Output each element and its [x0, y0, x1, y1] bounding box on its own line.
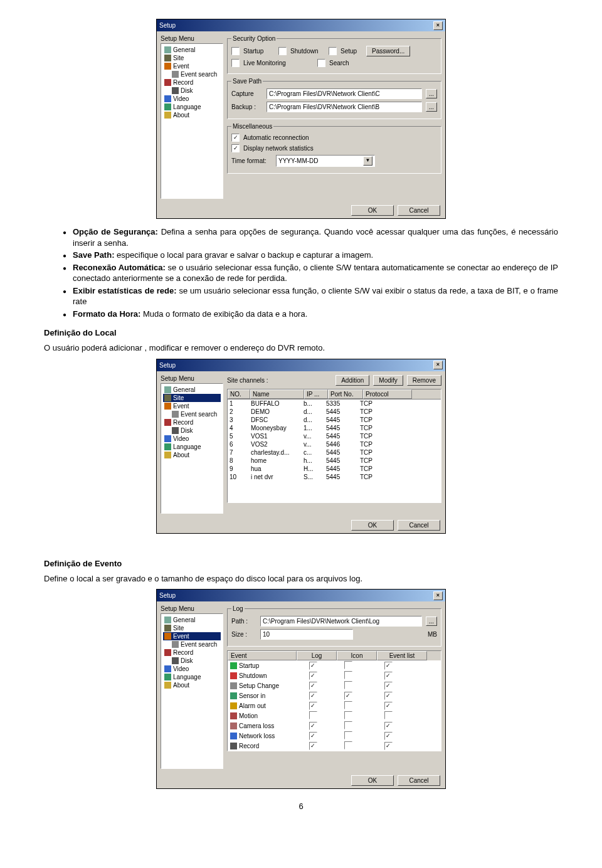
log-path-input[interactable]: C:\Program Files\DVR\Network Client\Log [260, 616, 422, 627]
checkbox[interactable]: ✓ [309, 742, 317, 750]
checkbox[interactable] [344, 721, 352, 729]
table-row[interactable]: 6VOS2v...5446TCP [228, 440, 441, 448]
table-row[interactable]: Network loss✓✓ [228, 731, 441, 741]
menu-record[interactable]: Record [163, 418, 221, 426]
menu-event[interactable]: Event [163, 62, 221, 70]
setup-checkbox[interactable] [329, 47, 337, 55]
dispnet-checkbox[interactable]: ✓ [231, 144, 240, 152]
checkbox[interactable]: ✓ [384, 682, 393, 690]
menu-general[interactable]: General [163, 386, 221, 394]
backup-browse-button[interactable]: ... [426, 102, 437, 112]
livemon-checkbox[interactable] [231, 59, 240, 67]
log-browse-button[interactable]: ... [426, 617, 437, 626]
table-row[interactable]: Shutdown✓✓ [228, 670, 441, 680]
checkbox[interactable] [344, 731, 352, 739]
ok-button[interactable]: OK [351, 520, 394, 531]
checkbox[interactable]: ✓ [309, 682, 317, 690]
table-row[interactable]: 7charlestay.d...c...5445TCP [228, 448, 441, 457]
menu-general[interactable]: General [163, 616, 221, 624]
table-row[interactable]: Camera loss✓✓ [228, 721, 441, 731]
table-row[interactable]: 5VOS1v...5445TCP [228, 432, 441, 440]
cancel-button[interactable]: Cancel [398, 520, 440, 531]
menu-about[interactable]: About [163, 681, 221, 689]
menu-event-search[interactable]: Event search [163, 410, 221, 418]
timeformat-select[interactable]: YYYY-MM-DD▼ [276, 155, 375, 167]
menu-video[interactable]: Video [163, 435, 221, 443]
table-row[interactable]: 4Mooneysbay1...5445TCP [228, 424, 441, 432]
checkbox[interactable]: ✓ [309, 692, 317, 700]
checkbox[interactable]: ✓ [384, 702, 393, 710]
table-row[interactable]: 3DFSCd...5445TCP [228, 416, 441, 424]
menu-language[interactable]: Language [163, 443, 221, 451]
checkbox[interactable]: ✓ [384, 692, 393, 700]
menu-site[interactable]: Site [163, 394, 221, 402]
menu-site[interactable]: Site [163, 54, 221, 62]
checkbox[interactable]: ✓ [309, 732, 317, 740]
table-row[interactable]: 1BUFFALOb...5335TCP [228, 400, 441, 408]
checkbox[interactable]: ✓ [384, 722, 393, 730]
menu-disk[interactable]: Disk [163, 426, 221, 435]
menu-disk[interactable]: Disk [163, 87, 221, 95]
menu-event[interactable]: Event [163, 632, 221, 640]
password-button[interactable]: Password... [366, 46, 410, 56]
checkbox[interactable] [344, 681, 352, 689]
checkbox[interactable]: ✓ [384, 732, 393, 740]
table-row[interactable]: 10i net dvrS...5445TCP [228, 473, 441, 481]
remove-button[interactable]: Remove [407, 375, 441, 386]
checkbox[interactable] [344, 711, 352, 719]
table-row[interactable]: Record✓✓ [228, 741, 441, 751]
menu-video[interactable]: Video [163, 665, 221, 673]
menu-video[interactable]: Video [163, 95, 221, 103]
menu-record[interactable]: Record [163, 648, 221, 657]
close-icon[interactable]: × [433, 361, 443, 369]
checkbox[interactable]: ✓ [309, 662, 317, 670]
table-row[interactable]: 8homeh...5445TCP [228, 457, 441, 465]
backup-path-input[interactable]: C:\Program Files\DVR\Network Client\B [267, 102, 422, 112]
checkbox[interactable] [344, 671, 352, 679]
close-icon[interactable]: × [433, 21, 443, 30]
cancel-button[interactable]: Cancel [398, 775, 440, 786]
autorecon-checkbox[interactable]: ✓ [231, 134, 240, 142]
table-row[interactable]: Setup Change✓✓ [228, 680, 441, 691]
ok-button[interactable]: OK [351, 775, 394, 786]
menu-general[interactable]: General [163, 46, 221, 54]
table-row[interactable]: 9huaH...5445TCP [228, 465, 441, 473]
checkbox[interactable]: ✓ [384, 742, 393, 750]
checkbox[interactable] [344, 661, 352, 669]
table-row[interactable]: Alarm out✓✓ [228, 701, 441, 711]
menu-site[interactable]: Site [163, 624, 221, 632]
search-checkbox[interactable] [317, 59, 325, 67]
capture-browse-button[interactable]: ... [426, 89, 437, 98]
checkbox[interactable]: ✓ [384, 672, 393, 680]
menu-record[interactable]: Record [163, 78, 221, 87]
menu-event[interactable]: Event [163, 402, 221, 410]
checkbox[interactable]: ✓ [384, 662, 393, 670]
menu-about[interactable]: About [163, 451, 221, 459]
startup-checkbox[interactable] [231, 47, 240, 55]
capture-path-input[interactable]: C:\Program Files\DVR\Network Client\C [267, 88, 422, 99]
checkbox[interactable]: ✓ [309, 702, 317, 710]
checkbox[interactable]: ✓ [309, 722, 317, 730]
checkbox[interactable] [384, 711, 393, 719]
table-row[interactable]: Startup✓✓ [228, 660, 441, 670]
checkbox[interactable]: ✓ [309, 672, 317, 680]
menu-language[interactable]: Language [163, 103, 221, 111]
menu-event-search[interactable]: Event search [163, 640, 221, 648]
menu-language[interactable]: Language [163, 673, 221, 681]
checkbox[interactable]: ✓ [344, 692, 352, 700]
shutdown-checkbox[interactable] [278, 47, 287, 55]
checkbox[interactable] [344, 701, 352, 709]
log-size-input[interactable]: 10 [260, 629, 353, 640]
table-row[interactable]: 2DEMOd...5445TCP [228, 408, 441, 416]
ok-button[interactable]: OK [351, 205, 394, 216]
close-icon[interactable]: × [433, 591, 443, 600]
table-row[interactable]: Sensor in✓✓✓ [228, 691, 441, 701]
checkbox[interactable] [344, 741, 352, 749]
table-row[interactable]: Motion [228, 711, 441, 721]
modify-button[interactable]: Modify [373, 375, 403, 386]
addition-button[interactable]: Addition [335, 375, 369, 386]
menu-disk[interactable]: Disk [163, 657, 221, 665]
menu-about[interactable]: About [163, 111, 221, 119]
checkbox[interactable] [309, 711, 317, 719]
menu-event-search[interactable]: Event search [163, 70, 221, 78]
